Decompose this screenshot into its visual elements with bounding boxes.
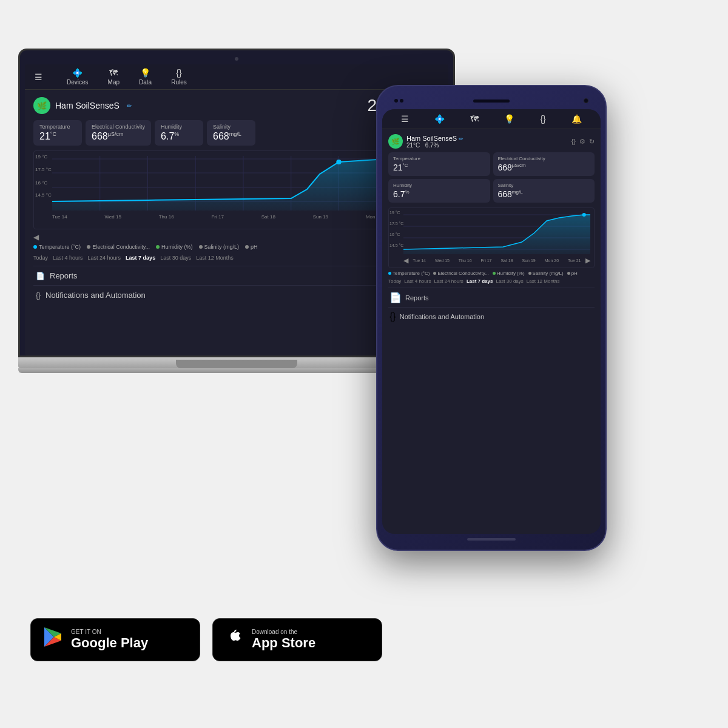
phone-x-2: Thu 16 (459, 258, 472, 263)
phone-y-label-16: 16 °C (389, 232, 400, 237)
legend-dot-ph (245, 245, 249, 249)
phone-sensor-label-ec: Electrical Conductivity (498, 156, 590, 161)
phone-filter-today[interactable]: Today (388, 278, 401, 284)
phone-chart-prev[interactable]: ◀ (403, 257, 408, 265)
sensor-value-salinity: 668mg/L (213, 131, 249, 142)
phone-sensor-value-temp: 21°C (393, 163, 485, 172)
phone-refresh-icon[interactable]: ↻ (589, 138, 595, 146)
phone-home-bar (382, 538, 601, 541)
phone-nav: ☰ 💠 🗺 💡 {} 🔔 (382, 109, 601, 129)
phone-filter-30d[interactable]: Last 30 days (496, 278, 523, 284)
phone-data-icon[interactable]: 💡 (504, 114, 514, 124)
phone-time-nav: ◀ Tue 14 Wed 15 Thu 16 Fri 17 Sat 18 Sun… (403, 257, 590, 265)
edit-icon[interactable]: ✏ (127, 103, 132, 109)
nav-label-map: Map (108, 79, 120, 86)
x-label-0: Tue 14 (52, 214, 67, 220)
phone-legend-salinity: Salinity (mg/L) (528, 271, 564, 276)
app-store-button[interactable]: Download on the App Store (212, 618, 382, 661)
phone-actions: {} ⚙ ↻ (571, 138, 595, 146)
phone-legend-label-temp: Temperature (°C) (393, 271, 430, 276)
phone-devices-icon[interactable]: 💠 (434, 114, 445, 124)
store-buttons: GET IT ON Google Play Download on the Ap… (30, 618, 382, 661)
phone-hamburger-icon[interactable]: ☰ (401, 114, 409, 124)
legend-ph: pH (245, 244, 258, 250)
legend-dot-temp (33, 245, 37, 249)
phone-reports-section[interactable]: 📄 Reports (388, 288, 595, 307)
legend-label-temp: Temperature (°C) (39, 244, 81, 250)
phone-chart-area: 19 °C 17.5 °C 16 °C 14.5 °C (388, 207, 595, 268)
devices-icon: 💠 (72, 68, 83, 78)
filter-7d[interactable]: Last 7 days (126, 255, 155, 261)
filter-12m[interactable]: Last 12 Months (196, 255, 234, 261)
phone-filter-24h[interactable]: Last 24 hours (434, 278, 463, 284)
google-play-icon (42, 626, 64, 653)
phone-chart-next[interactable]: ▶ (585, 257, 590, 265)
phone-rules-icon[interactable]: {} (540, 114, 545, 124)
phone-speaker (473, 99, 510, 103)
chart-prev-button[interactable]: ◀ (33, 233, 39, 241)
phone-notch-area (382, 95, 601, 107)
phone-notifications-icon: {} (389, 311, 396, 322)
phone-x-3: Fri 17 (481, 258, 492, 263)
phone-device-name: Ham SoilSenseS ✏ (406, 135, 463, 142)
data-icon: 💡 (140, 68, 150, 78)
phone-x-7: Tue 21 (568, 258, 581, 263)
phone-sensor-card-ec: Electrical Conductivity 668µS/cm (493, 152, 595, 176)
phone-edit-icon[interactable]: ✏ (459, 136, 463, 142)
phone-x-1: Wed 15 (435, 258, 450, 263)
device-icon: 🌿 (33, 97, 50, 114)
phone-screen: ☰ 💠 🗺 💡 {} 🔔 🌿 Ham SoilSenseS ✏ (382, 109, 601, 534)
filter-4h[interactable]: Last 4 hours (53, 255, 83, 261)
phone-legend: Temperature (°C) Electrical Conductivity… (388, 271, 595, 276)
y-label-19: 19 °C (35, 154, 47, 160)
phone-filter-4h[interactable]: Last 4 hours (404, 278, 431, 284)
nav-item-data[interactable]: 💡 Data (139, 68, 152, 86)
sensor-card-temperature: Temperature 21°C (33, 120, 82, 146)
phone-legend-humidity: Humidity (%) (493, 271, 525, 276)
device-name: Ham SoilSenseS (55, 101, 120, 110)
phone-legend-dot-ec (433, 272, 436, 275)
phone-map-icon[interactable]: 🗺 (470, 114, 479, 124)
y-label-14: 14.5 °C (35, 192, 52, 198)
filter-24h[interactable]: Last 24 hours (88, 255, 121, 261)
legend-label-salinity: Salinity (mg/L) (204, 244, 240, 250)
reports-icon: 📄 (36, 272, 45, 280)
legend-label-humidity: Humidity (%) (161, 244, 193, 250)
phone-legend-dot-ph (567, 272, 570, 275)
google-play-button[interactable]: GET IT ON Google Play (30, 618, 200, 661)
x-label-2: Thu 16 (159, 214, 174, 220)
apple-icon (224, 627, 244, 653)
phone-legend-dot-salinity (528, 272, 531, 275)
phone-device-readings: 21°C 6.7% (406, 142, 463, 149)
phone-settings-icon[interactable]: ⚙ (579, 138, 585, 146)
nav-item-rules[interactable]: {} Rules (171, 68, 187, 86)
sensor-value-ec: 668µS/cm (92, 131, 145, 142)
phone-notifications-label: Notifications and Automation (400, 313, 484, 320)
sensor-card-humidity: Humidity 6.7% (155, 120, 203, 146)
phone-y-label-14: 14.5 °C (389, 243, 403, 248)
app-store-text: Download on the App Store (252, 629, 315, 651)
legend-salinity: Salinity (mg/L) (199, 244, 240, 250)
y-label-17: 17.5 °C (35, 167, 52, 172)
filter-today[interactable]: Today (33, 255, 48, 261)
app-store-large-text: App Store (252, 635, 315, 651)
filter-30d[interactable]: Last 30 days (160, 255, 191, 261)
phone-filter-12m[interactable]: Last 12 Months (527, 278, 560, 284)
sensor-label-ec: Electrical Conductivity (92, 124, 145, 130)
nav-item-devices[interactable]: 💠 Devices (67, 68, 89, 86)
laptop-camera-bar (25, 55, 448, 62)
x-label-3: Fri 17 (211, 214, 223, 220)
sensor-value-humidity: 6.7% (161, 131, 197, 142)
phone-sensor-value-humidity: 6.7% (393, 189, 485, 199)
phone-code-icon[interactable]: {} (571, 138, 576, 146)
phone-device-header: 🌿 Ham SoilSenseS ✏ 21°C 6.7% (388, 134, 595, 149)
phone-notifications-section[interactable]: {} Notifications and Automation (388, 307, 595, 326)
google-play-large-text: Google Play (71, 635, 148, 651)
hamburger-icon[interactable]: ☰ (35, 72, 42, 82)
nav-item-map[interactable]: 🗺 Map (108, 68, 120, 86)
phone-sensor-cards: Temperature 21°C Electrical Conductivity… (388, 152, 595, 203)
svg-point-16 (582, 213, 586, 217)
phone-filter-7d[interactable]: Last 7 days (467, 278, 493, 284)
phone-bell-icon[interactable]: 🔔 (571, 114, 582, 124)
x-label-5: Sun 19 (313, 214, 328, 220)
